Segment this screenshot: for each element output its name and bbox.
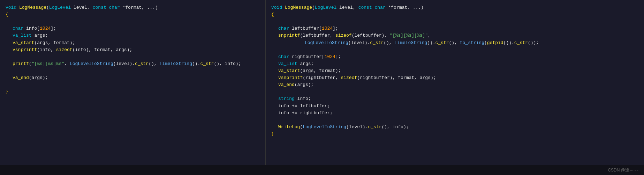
code-line: char leftbuffer[1024]; <box>271 25 638 32</box>
code-line: va_end(args); <box>271 81 638 88</box>
code-line: va_start(args, format); <box>271 67 638 74</box>
footer-bar: CSDN @逢～~~ <box>0 165 644 175</box>
code-line: va_start(args, format); <box>6 39 260 46</box>
code-line <box>271 18 638 25</box>
code-line: vsnprintf(rightbuffer, sizeof(rightbuffe… <box>271 74 638 81</box>
code-line: va_list args; <box>6 32 260 39</box>
code-line <box>271 88 638 95</box>
code-line: { <box>271 11 638 18</box>
code-line: LogLevelToString(level).c_str(), TimeToS… <box>271 39 638 46</box>
code-line: char info[1024]; <box>6 25 260 32</box>
code-line <box>6 81 260 88</box>
code-line <box>271 46 638 53</box>
code-line: char rightbuffer[1024]; <box>271 53 638 60</box>
code-line <box>6 18 260 25</box>
code-line: } <box>6 88 260 95</box>
code-line: void LogMessage(LogLevel level, const ch… <box>6 4 260 11</box>
code-line: string info; <box>271 95 638 102</box>
code-line <box>6 67 260 74</box>
keyword: void <box>6 4 19 11</box>
func-name: LogMessage <box>19 4 46 11</box>
code-line: void LogMessage(LogLevel level, const ch… <box>271 4 638 11</box>
code-line: WriteLog(LogLevelToString(level).c_str()… <box>271 124 638 131</box>
code-line <box>6 53 260 60</box>
code-line: va_end(args); <box>6 74 260 81</box>
right-code-panel: void LogMessage(LogLevel level, const ch… <box>266 0 644 165</box>
code-line: info += rightbuffer; <box>271 110 638 117</box>
code-line: { <box>6 11 260 18</box>
code-line: } <box>271 131 638 138</box>
code-line: snprintf(leftbuffer, sizeof(leftbuffer),… <box>271 32 638 39</box>
main-container: void LogMessage(LogLevel level, const ch… <box>0 0 644 165</box>
code-line: vsnprintf(info, sizeof(info), format, ar… <box>6 46 260 53</box>
left-code-panel: void LogMessage(LogLevel level, const ch… <box>0 0 266 165</box>
code-line: va_list args; <box>271 60 638 67</box>
footer-text: CSDN @逢～~~ <box>608 167 638 173</box>
code-line: info += leftbuffer; <box>271 103 638 110</box>
code-line: printf("[%s][%s]%s", LogLevelToString(le… <box>6 60 260 67</box>
code-line <box>271 117 638 124</box>
